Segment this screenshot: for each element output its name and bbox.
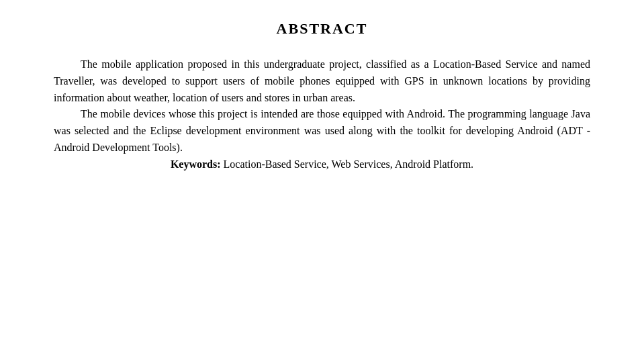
page-title: ABSTRACT [54,20,590,38]
body-text: The mobile application proposed in this … [54,56,590,156]
paragraph-1: The mobile application proposed in this … [54,56,590,106]
paragraph-2-text: The mobile devices whose this project is… [81,108,445,119]
keywords-label: Keywords: [171,158,221,170]
paragraph-2: The mobile devices whose this project is… [54,106,590,156]
page-container: ABSTRACT The mobile application proposed… [0,0,644,345]
keywords-text: Location-Based Service, Web Services, An… [221,158,474,170]
paragraph-1-text: The mobile application proposed in this … [54,58,590,103]
keywords-line: Keywords: Location-Based Service, Web Se… [54,156,590,173]
